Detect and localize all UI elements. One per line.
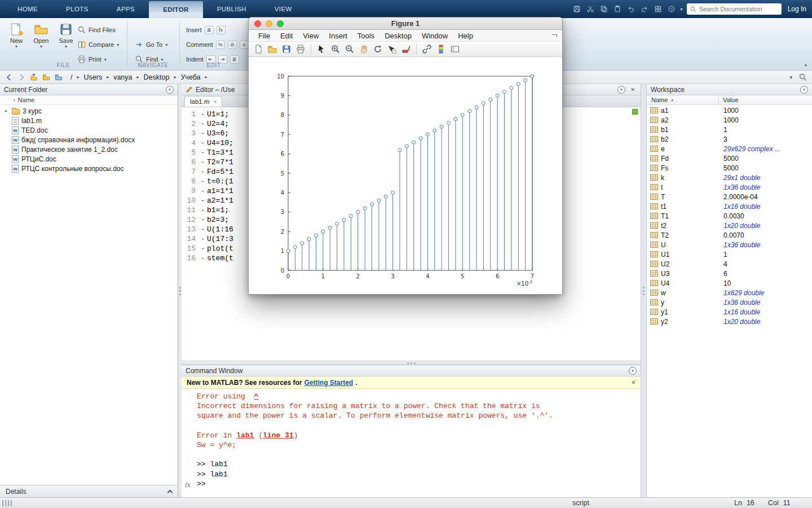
switch-windows-icon[interactable] [654, 5, 663, 14]
code-line[interactable]: 4-U4=10; [182, 138, 233, 148]
tab-lab1m[interactable]: lab1.m × [184, 96, 222, 107]
status-bar-grip[interactable] [2, 500, 12, 506]
editor-close-button[interactable]: × [629, 85, 637, 94]
new-script-button[interactable]: New ▾ [5, 22, 28, 49]
figure-title-bar[interactable]: Figure 1 [249, 17, 562, 30]
code-line[interactable]: 15-plot(t [182, 244, 233, 253]
back-button[interactable] [5, 73, 13, 81]
figure-plot-area[interactable]: 01234567012345678910×10-3 [249, 57, 562, 295]
insert-option-icon[interactable]: ≣ [205, 26, 214, 34]
figure-menu-desktop[interactable]: Desktop [379, 32, 417, 40]
link-plots-icon[interactable] [422, 44, 432, 54]
code-line[interactable]: 9-a1=1*1 [182, 186, 233, 196]
comment-button[interactable]: Comment%⊘≡ [186, 39, 249, 50]
workspace-row[interactable]: a11000 [647, 106, 812, 115]
search-documentation-box[interactable] [687, 3, 782, 15]
code-line[interactable]: 16-stem(t [182, 253, 233, 263]
workspace-menu-button[interactable]: ▾ [800, 86, 808, 94]
details-bar[interactable]: Details [0, 485, 178, 497]
file-row[interactable]: Практическое занятие 1_2.doc [0, 144, 178, 154]
save-icon[interactable] [572, 5, 582, 14]
workspace-row[interactable]: t1x36 double [647, 182, 812, 192]
breadcrumb-segment[interactable]: vanya [113, 73, 132, 81]
code-line[interactable]: 12-b2=3; [182, 215, 233, 225]
figure-menu-view[interactable]: View [298, 32, 324, 40]
console-link[interactable]: ^ [254, 392, 258, 401]
print-figure-icon[interactable] [295, 44, 306, 54]
name-column-header[interactable]: ▪ Name [0, 95, 178, 105]
pointer-icon[interactable] [316, 44, 326, 54]
ribbon-collapse-icon[interactable]: ▴ [804, 62, 807, 67]
file-row[interactable]: РТЦС контрольные вопросы.doc [0, 164, 178, 173]
workspace-row[interactable]: y11x16 double [647, 307, 812, 317]
comment-option-icon[interactable]: ≡ [240, 41, 249, 49]
workspace-row[interactable]: b23 [647, 134, 812, 144]
banner-close-button[interactable]: × [631, 378, 636, 387]
panel-menu-button[interactable]: ▾ [166, 86, 174, 94]
workspace-row[interactable]: U11 [647, 249, 812, 259]
search-input[interactable] [699, 6, 778, 12]
figure-menu-window[interactable]: Window [417, 32, 453, 40]
breadcrumb-segment[interactable]: Desktop [144, 73, 170, 81]
ribbon-tab-home[interactable]: HOME [3, 0, 52, 18]
help-icon[interactable]: ? [667, 5, 677, 14]
figure-menu-help[interactable]: Help [453, 32, 478, 40]
tab-close-icon[interactable]: × [214, 99, 217, 105]
save-button[interactable]: Save ▾ [54, 22, 78, 49]
log-in-link[interactable]: Log In [788, 5, 806, 13]
pan-icon[interactable] [359, 44, 369, 54]
workspace-row[interactable]: b11 [647, 125, 812, 134]
console-link[interactable]: line 31 [263, 431, 294, 440]
figure-menu-edit[interactable]: Edit [275, 32, 298, 40]
workspace-row[interactable]: U1x36 double [647, 240, 812, 249]
workspace-row[interactable]: U410 [647, 278, 812, 288]
insert-legend-icon[interactable] [450, 44, 460, 54]
copy-icon[interactable] [599, 5, 609, 14]
workspace-value-column[interactable]: Value [719, 97, 738, 103]
breadcrumb-segment[interactable]: / [70, 73, 72, 81]
workspace-row[interactable]: Fs5000 [647, 163, 812, 173]
comment-option-icon[interactable]: % [216, 41, 225, 49]
data-cursor-icon[interactable] [387, 44, 397, 54]
comment-option-icon[interactable]: ⊘ [228, 41, 237, 49]
folder-search-icon[interactable] [799, 73, 807, 81]
paste-icon[interactable] [613, 5, 623, 14]
figure-window[interactable]: Figure 1 FileEditViewInsertToolsDesktopW… [248, 17, 563, 295]
new-figure-icon[interactable] [253, 44, 263, 54]
browse-folder-button[interactable] [42, 73, 50, 81]
file-row[interactable]: lab1.m [0, 116, 178, 125]
workspace-row[interactable]: T2.0000e-04 [647, 192, 812, 202]
figure-menu-tools[interactable]: Tools [352, 32, 379, 40]
code-line[interactable]: 14-U(17:3 [182, 234, 233, 244]
breadcrumb-segment[interactable]: Users [84, 73, 103, 81]
workspace-row[interactable]: U36 [647, 269, 812, 278]
workspace-row[interactable]: Fd5000 [647, 154, 812, 163]
code-line[interactable]: 8-t=0:(1 [182, 177, 233, 186]
code-line[interactable]: 10-a2=1*1 [182, 196, 233, 205]
command-window-menu-button[interactable]: ▾ [629, 367, 637, 375]
open-file-icon[interactable] [267, 44, 277, 54]
workspace-row[interactable]: k29x1 double [647, 173, 812, 182]
code-line[interactable]: 7-Fd=5*1 [182, 167, 233, 177]
insert-option-icon[interactable]: fx [217, 26, 226, 34]
workspace-row[interactable]: T20.0070 [647, 230, 812, 240]
open-button[interactable]: Open ▾ [29, 22, 53, 49]
figure-menu-insert[interactable]: Insert [324, 32, 352, 40]
toolbar-dropdown-icon[interactable]: ▾ [681, 7, 683, 12]
code-line[interactable]: 2-U2=4; [182, 119, 233, 129]
right-splitter[interactable] [641, 84, 647, 497]
editor-command-splitter[interactable] [182, 361, 641, 365]
getting-started-link[interactable]: Getting Started [304, 379, 353, 387]
workspace-row[interactable]: U24 [647, 259, 812, 269]
close-window-button[interactable] [254, 20, 261, 27]
breadcrumb-segment[interactable]: Учеба [180, 73, 200, 81]
code-line[interactable]: 1-U1=1; [182, 110, 233, 119]
console-prompt-line[interactable]: fx>> [197, 479, 641, 489]
workspace-row[interactable]: a21000 [647, 115, 812, 125]
zoom-in-icon[interactable] [330, 44, 341, 54]
code-line[interactable]: 3-U3=6; [182, 129, 233, 138]
forward-button[interactable] [17, 73, 25, 81]
code-analyzer-indicator[interactable] [632, 109, 638, 115]
code-line[interactable]: 11-b1=1; [182, 205, 233, 215]
code-line[interactable]: 13-U(1:16 [182, 225, 233, 234]
